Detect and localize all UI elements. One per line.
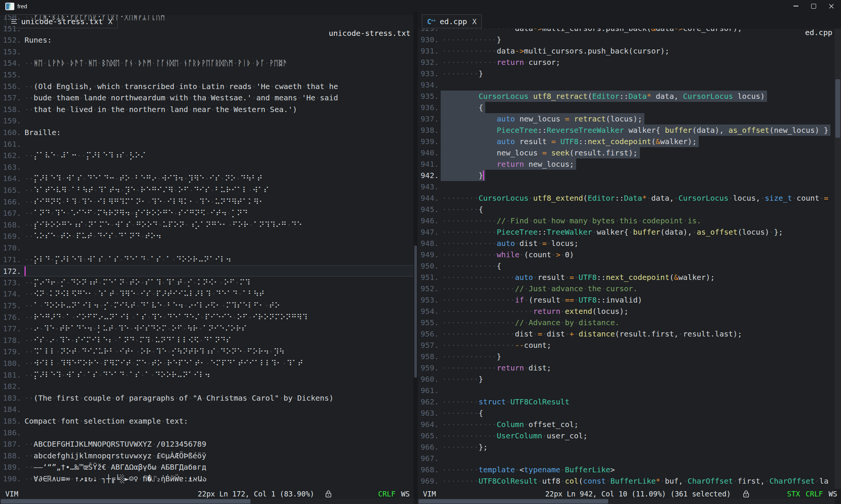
line-number[interactable]: 164. <box>0 173 21 184</box>
code-line[interactable]: 161. <box>0 138 414 150</box>
code-line[interactable]: 178.··⠊⠎·⠔·⠹⠑·⠎⠊⠍⠊⠇⠑⠆·⠁⠝⠙·⠍⠹·⠥⠝⠙⠁⠇⠇⠪⠫·⠙⠁… <box>0 335 414 346</box>
code-line[interactable]: 175.··⠁·⠙⠕⠕⠗⠤⠝⠁⠊⠇⠲·⡊·⠍⠊⠣⠞·⠙⠁⠧⠑·⠃⠑⠲·⠔⠊⠇⠔⠫… <box>0 300 414 311</box>
code-line[interactable]: 938.············PieceTree::ReverseTreeWa… <box>418 124 835 136</box>
editor-left[interactable]: 150.··ᚠᛇᚻ᛫ᛒᛦᚦ᛫ᚠᚱᚩᚠᚢᚱ᛫ᚠᛁᚱᚪ᛫ᚷᛖᚻᚹᛦᛚᚳᚢᛗ151.1… <box>0 15 414 489</box>
code-line[interactable]: 188.··abcdefghijklmnopqrstuvwxyz·£©µÀÆÖÞ… <box>0 450 414 461</box>
line-number[interactable]: 952. <box>418 283 439 294</box>
line-number[interactable]: 969. <box>418 475 439 487</box>
code-line[interactable]: 946.············//·Find·out·how·many·byt… <box>418 215 835 226</box>
h-scrollbar-thumb[interactable] <box>418 499 608 504</box>
code-line[interactable]: 931.············data->multi_cursors.push… <box>418 45 835 57</box>
line-number[interactable]: 180. <box>0 358 21 369</box>
line-number[interactable]: 166. <box>0 196 21 207</box>
line-number[interactable]: 943. <box>418 181 439 192</box>
line-number[interactable]: 177. <box>0 323 21 334</box>
line-number[interactable]: 946. <box>418 215 439 226</box>
line-number[interactable]: 955. <box>418 317 439 328</box>
line-number[interactable]: 185. <box>0 415 21 427</box>
code-line[interactable]: 190.··∀∂∈ℝ∧∪≡∞·↑↗↨↻⇣·┐┼╔╘░►☺♀·ﬁ�⑀₂ἠḂӥẄɐː… <box>0 473 414 484</box>
line-number[interactable]: 163. <box>0 161 21 173</box>
code-line[interactable]: 935.········CursorLocus·utf8_retract(Edi… <box>418 91 835 102</box>
line-number[interactable]: 956. <box>418 328 439 340</box>
line-number[interactable]: 153. <box>0 46 21 57</box>
line-number[interactable]: 942. <box>418 170 439 181</box>
code-line[interactable]: 940.············new_locus·=·seek(result.… <box>418 147 835 158</box>
line-number[interactable]: 171. <box>0 254 21 265</box>
code-line[interactable]: 187.··ABCDEFGHIJKLMNOPQRSTUVWXYZ·/012345… <box>0 438 414 450</box>
code-line[interactable]: 157.··bude·thaem·lande·northweardum·with… <box>0 92 414 103</box>
line-number[interactable]: 949. <box>418 249 439 260</box>
line-number[interactable]: 178. <box>0 335 21 346</box>
code-line[interactable]: 951.················auto·result·=·UTF8::… <box>418 272 835 283</box>
line-number[interactable]: 953. <box>418 294 439 306</box>
line-number[interactable]: 160. <box>0 127 21 138</box>
tab-ed-cpp[interactable]: C++ ed.cpp X <box>422 14 482 28</box>
code-line[interactable]: 960.········} <box>418 373 835 385</box>
line-number[interactable]: 150. <box>0 15 21 23</box>
line-number[interactable]: 932. <box>418 57 439 68</box>
line-number[interactable]: 189. <box>0 461 21 473</box>
line-number[interactable]: 184. <box>0 404 21 415</box>
line-number[interactable]: 944. <box>418 192 439 204</box>
line-number[interactable]: 174. <box>0 288 21 300</box>
code-line[interactable]: 185.Compact·font·selection·example·text: <box>0 415 414 427</box>
line-number[interactable]: 170. <box>0 242 21 254</box>
line-number[interactable]: 957. <box>418 340 439 351</box>
code-line[interactable]: 966.········}; <box>418 441 835 453</box>
code-line[interactable]: 944.········CursorLocus·utf8_extend(Edit… <box>418 192 835 204</box>
line-number[interactable]: 962. <box>418 396 439 407</box>
line-number[interactable]: 168. <box>0 219 21 230</box>
line-number[interactable]: 154. <box>0 57 21 69</box>
code-line[interactable]: 965.············UserColumn·user_col; <box>418 430 835 441</box>
line-number[interactable]: 182. <box>0 381 21 392</box>
line-number[interactable]: 941. <box>418 158 439 170</box>
tab-close-icon[interactable]: X <box>472 17 477 26</box>
line-number[interactable]: 181. <box>0 369 21 381</box>
line-number[interactable]: 186. <box>0 427 21 438</box>
line-number[interactable]: 954. <box>418 306 439 317</box>
code-line[interactable]: 168.··⡎⠊⠗⠕⠕⠛⠑⠰⠎·⠝⠁⠍⠑·⠺⠁⠎·⠛⠕⠕⠙·⠥⠏⠕⠝·⠰⡡⠁⠝⠛… <box>0 219 414 230</box>
line-number[interactable]: 948. <box>418 238 439 249</box>
code-line[interactable]: 176.··⠗⠑⠛⠜⠙·⠁·⠊⠕⠋⠋⠔⠤⠝⠁⠊⠇·⠁⠎·⠹⠑·⠙⠑⠁⠙⠑⠌·⠏⠊… <box>0 312 414 323</box>
code-line[interactable]: 167.··⠁⠝⠙·⠹⠑·⠡⠊⠑⠋·⠍⠳⠗⠝⠻⠲·⡎⠊⠗⠕⠕⠛⠑·⠎⠊⠛⠝⠫·⠊… <box>0 207 414 219</box>
line-number[interactable]: 165. <box>0 184 21 196</box>
v-scrollbar-right[interactable] <box>835 29 841 489</box>
code-line[interactable]: 184. <box>0 404 414 415</box>
code-line[interactable]: 957.················--count; <box>418 340 835 351</box>
line-number[interactable]: 169. <box>0 230 21 242</box>
code-line[interactable]: 961. <box>418 385 835 396</box>
line-number[interactable]: 938. <box>418 124 439 136</box>
code-line[interactable]: 943. <box>418 181 835 192</box>
v-scrollbar-thumb[interactable] <box>414 246 417 378</box>
code-line[interactable]: 963.········{ <box>418 407 835 419</box>
code-line[interactable]: 180.··⠺⠊⠇⠇·⠹⠻⠑⠋⠕⠗⠑·⠏⠻⠍⠊⠞·⠍⠑·⠞⠕·⠗⠑⠏⠑⠁⠞⠂·⠑… <box>0 358 414 369</box>
code-line[interactable]: 170. <box>0 242 414 254</box>
code-line[interactable]: 156.··(Old·English,·which·transcribed·in… <box>0 81 414 92</box>
code-line[interactable]: 179.··⠩⠁⠇⠇·⠝⠕⠞·⠙⠊⠌⠥⠗⠃·⠊⠞⠂·⠕⠗·⠹⠑·⡊⠳⠝⠞⠗⠹⠰⠎… <box>0 346 414 357</box>
line-number[interactable]: 931. <box>418 45 439 57</box>
code-line[interactable]: 159. <box>0 115 414 126</box>
code-line[interactable]: 964.············Column·offset_col; <box>418 419 835 430</box>
code-line[interactable]: 936.········{ <box>418 102 835 113</box>
v-scrollbar-left[interactable] <box>414 29 417 489</box>
code-line[interactable]: 153. <box>0 46 414 57</box>
line-number[interactable]: 937. <box>418 113 439 124</box>
code-line[interactable]: 174.··⠪⠝·⠅⠝⠪⠇⠫⠛⠑⠂·⠱⠁⠞·⠹⠻⠑·⠊⠎·⠏⠜⠞⠊⠊⠥⠇⠜⠇⠹·… <box>0 288 414 300</box>
code-line[interactable]: 186. <box>0 427 414 438</box>
line-number[interactable]: 188. <box>0 450 21 461</box>
code-line[interactable]: 945.········{ <box>418 204 835 215</box>
line-number[interactable]: 960. <box>418 373 439 385</box>
line-number[interactable]: 934. <box>418 79 439 91</box>
code-line[interactable]: 955.················//·Advance·by·distan… <box>418 317 835 328</box>
code-line[interactable]: 158.··that·he·lived·in·the·northern·land… <box>0 104 414 115</box>
line-number[interactable]: 936. <box>418 102 439 113</box>
code-line[interactable]: 959.············return·dist; <box>418 362 835 373</box>
code-line[interactable]: 968.········template·<typename·BufferLik… <box>418 464 835 475</box>
line-number[interactable]: 961. <box>418 385 439 396</box>
code-line[interactable]: 948.············auto·dist·=·locus; <box>418 238 835 249</box>
code-line[interactable]: 969.········UTF8ColResult·utf8·col(const… <box>418 475 835 487</box>
line-number[interactable]: 959. <box>418 362 439 373</box>
line-number[interactable]: 156. <box>0 81 21 92</box>
line-number[interactable]: 159. <box>0 115 21 126</box>
code-line[interactable]: 165.··⠱⠁⠞⠑⠧⠻·⠁⠃⠳⠞·⠹⠁⠞⠲·⡹⠑·⠗⠑⠛⠊⠌⠻·⠕⠋·⠙⠊⠎·… <box>0 184 414 196</box>
